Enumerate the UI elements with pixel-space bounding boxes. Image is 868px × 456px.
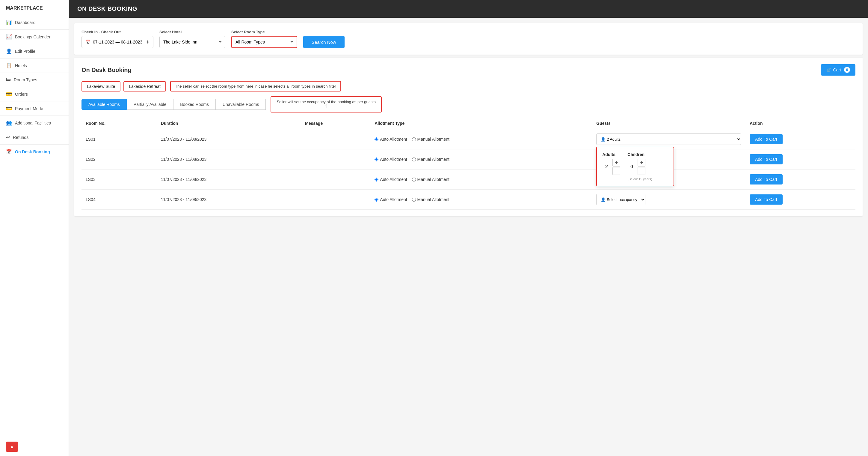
auto-allotment-label-ls04[interactable]: Auto Allotment	[374, 197, 407, 202]
hotel-select[interactable]: The Lake Side Inn Other Hotel	[159, 36, 225, 48]
sidebar-item-refunds[interactable]: ↩ Refunds	[0, 130, 69, 145]
room-type-select[interactable]: All Room Types Lakeview Suite Lakeside R…	[231, 36, 297, 48]
room-tab-lakeview-suite[interactable]: Lakeview Suite	[82, 81, 120, 91]
sidebar-bottom: ▲	[0, 437, 69, 456]
children-increment-button[interactable]: +	[638, 159, 645, 167]
booking-section-header: On Desk Booking 🛒 Cart 0	[82, 64, 856, 76]
payment-icon: 💳	[6, 106, 12, 111]
message-ls03	[301, 170, 370, 190]
allotment-type-ls04: Auto Allotment Manual Allotment	[370, 190, 592, 210]
sidebar-title: MARKETPLACE	[0, 0, 69, 15]
page-title: ON DESK BOOKING	[77, 5, 137, 12]
auto-allotment-label-ls02[interactable]: Auto Allotment	[374, 157, 407, 162]
cart-button[interactable]: 🛒 Cart 0	[821, 64, 856, 76]
occupancy-popup-row: Adults 2 + −	[602, 152, 668, 181]
room-tab-lakeside-retreat[interactable]: Lakeside Retreat	[123, 81, 166, 91]
room-type-group: Select Room Type All Room Types Lakeview…	[231, 30, 297, 48]
room-tab-hint: The seller can select the room type from…	[170, 81, 341, 91]
cart-count: 0	[844, 67, 850, 73]
sidebar: MARKETPLACE 📊 Dashboard 📈 Bookings Calen…	[0, 0, 69, 456]
message-ls04	[301, 190, 370, 210]
children-decrement-button[interactable]: −	[638, 167, 645, 175]
sidebar-item-orders[interactable]: 💳 Orders	[0, 87, 69, 102]
sidebar-item-payment-mode[interactable]: 💳 Payment Mode	[0, 102, 69, 116]
auto-allotment-radio-ls04[interactable]	[374, 198, 378, 202]
adults-decrement-button[interactable]: −	[613, 167, 620, 175]
auto-allotment-radio[interactable]	[374, 137, 378, 141]
auto-allotment-text: Auto Allotment	[380, 137, 407, 142]
rooms-table: Room No. Duration Message Allotment Type…	[82, 118, 856, 210]
search-now-button[interactable]: Search Now	[303, 36, 345, 48]
orders-icon: 💳	[6, 91, 12, 97]
sidebar-item-room-types[interactable]: 🛏 Room Types	[0, 73, 69, 87]
manual-allotment-radio-ls04[interactable]	[412, 198, 416, 202]
col-duration: Duration	[157, 118, 301, 129]
auto-allotment-label-ls03[interactable]: Auto Allotment	[374, 177, 407, 182]
allotment-type-ls02: Auto Allotment Manual Allotment	[370, 149, 592, 170]
col-guests: Guests	[592, 118, 745, 129]
add-to-cart-ls02[interactable]: Add To Cart	[750, 154, 783, 164]
table-row: LS02 11/07/2023 - 11/08/2023 Auto Allotm…	[82, 149, 856, 170]
manual-allotment-label-ls04[interactable]: Manual Allotment	[412, 197, 450, 202]
room-type-label: Select Room Type	[231, 30, 297, 34]
auto-allotment-label[interactable]: Auto Allotment	[374, 137, 407, 142]
sidebar-item-additional-facilities[interactable]: 👥 Additional Facilities	[0, 116, 69, 130]
guests-dropdown-ls04[interactable]: 👤 Select occupancy 👤 1 Adult 👤 2 Adults	[596, 194, 645, 205]
booking-section-title: On Desk Booking	[82, 66, 131, 74]
children-hint: (Below 15 years)	[627, 177, 652, 181]
avail-tab-partially[interactable]: Partially Available	[127, 99, 173, 110]
sidebar-item-hotels[interactable]: 📋 Hotels	[0, 58, 69, 73]
message-ls01	[301, 129, 370, 149]
children-label: Children	[627, 152, 652, 157]
action-ls02: Add To Cart	[745, 149, 856, 170]
scroll-top-button[interactable]: ▲	[6, 441, 18, 452]
adults-increment-button[interactable]: +	[613, 159, 620, 167]
avail-tab-available[interactable]: Available Rooms	[82, 99, 127, 110]
col-room-no: Room No.	[82, 118, 157, 129]
date-range-input[interactable]: 📅 07-11-2023 — 08-11-2023 ⬍	[82, 36, 153, 48]
guests-dropdown-ls01[interactable]: 👤 2 Adults 👤 1 Adult 👤 3 Adults	[596, 134, 741, 145]
calendar-icon: 📅	[85, 39, 91, 45]
hotel-group: Select Hotel The Lake Side Inn Other Hot…	[159, 30, 225, 48]
sidebar-item-bookings-calender[interactable]: 📈 Bookings Calender	[0, 30, 69, 44]
profile-icon: 👤	[6, 48, 12, 54]
message-ls02	[301, 149, 370, 170]
sidebar-item-edit-profile[interactable]: 👤 Edit Profile	[0, 44, 69, 58]
allotment-radio-group-ls04: Auto Allotment Manual Allotment	[374, 197, 588, 202]
manual-allotment-label-ls02[interactable]: Manual Allotment	[412, 157, 450, 162]
auto-allotment-radio-ls02[interactable]	[374, 158, 378, 162]
guests-ls01: 👤 2 Adults 👤 1 Adult 👤 3 Adults Adults	[592, 129, 745, 149]
checkin-group: Check In - Check Out 📅 07-11-2023 — 08-1…	[82, 30, 153, 48]
avail-tab-hint: Seller will set the occupancy of the boo…	[271, 96, 381, 113]
manual-allotment-text: Manual Allotment	[417, 137, 450, 142]
add-to-cart-ls03[interactable]: Add To Cart	[750, 174, 783, 184]
table-row: LS03 11/07/2023 - 11/08/2023 Auto Allotm…	[82, 170, 856, 190]
manual-allotment-radio-ls02[interactable]	[412, 158, 416, 162]
room-no-ls02: LS02	[82, 149, 157, 170]
duration-ls04: 11/07/2023 - 11/08/2023	[157, 190, 301, 210]
room-type-tabs: Lakeview Suite Lakeside Retreat The sell…	[82, 81, 856, 91]
allotment-type-ls01: Auto Allotment Manual Allotment	[370, 129, 592, 149]
add-to-cart-ls01[interactable]: Add To Cart	[750, 134, 783, 144]
room-no-ls03: LS03	[82, 170, 157, 190]
col-allotment-type: Allotment Type	[370, 118, 592, 129]
manual-allotment-label[interactable]: Manual Allotment	[412, 137, 450, 142]
avail-tab-booked[interactable]: Booked Rooms	[173, 99, 216, 110]
adults-col: Adults 2 + −	[602, 152, 620, 175]
availability-tabs: Available Rooms Partially Available Book…	[82, 96, 856, 113]
manual-allotment-radio[interactable]	[412, 137, 416, 141]
manual-allotment-radio-ls03[interactable]	[412, 178, 416, 181]
add-to-cart-ls04[interactable]: Add To Cart	[750, 194, 783, 205]
auto-allotment-radio-ls03[interactable]	[374, 178, 378, 181]
allotment-radio-group: Auto Allotment Manual Allotment	[374, 137, 588, 142]
sidebar-item-on-desk-booking[interactable]: 📅 On Desk Booking	[0, 145, 69, 159]
page-header: ON DESK BOOKING	[69, 0, 868, 18]
action-ls04: Add To Cart	[745, 190, 856, 210]
avail-tab-unavailable[interactable]: Unavailable Rooms	[216, 99, 266, 110]
col-message: Message	[301, 118, 370, 129]
sidebar-item-dashboard[interactable]: 📊 Dashboard	[0, 15, 69, 30]
manual-allotment-label-ls03[interactable]: Manual Allotment	[412, 177, 450, 182]
hotel-label: Select Hotel	[159, 30, 225, 34]
dashboard-icon: 📊	[6, 20, 12, 25]
duration-ls02: 11/07/2023 - 11/08/2023	[157, 149, 301, 170]
